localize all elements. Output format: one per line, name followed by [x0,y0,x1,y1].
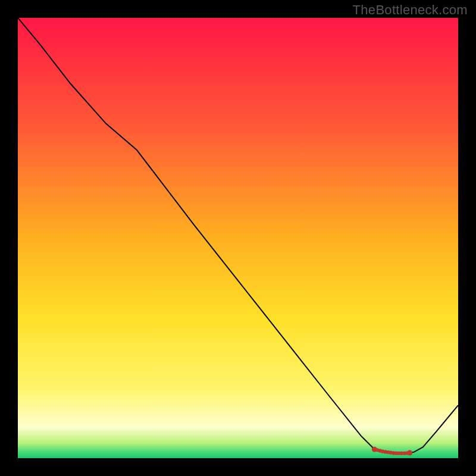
watermark-text: TheBottleneck.com [353,2,468,18]
chart-svg [18,18,458,458]
gradient-background [18,18,458,458]
plot-area [18,18,458,458]
optimal-marker [407,450,412,456]
chart-frame: TheBottleneck.com [0,0,476,476]
